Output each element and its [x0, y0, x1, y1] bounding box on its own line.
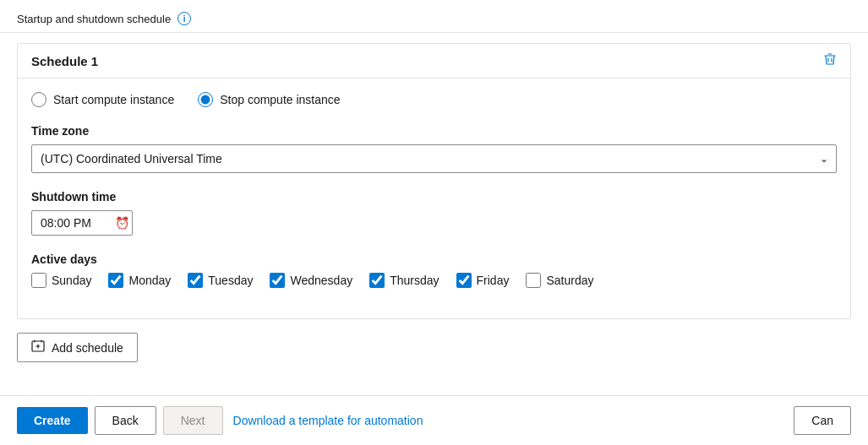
delete-icon[interactable] — [823, 52, 837, 69]
add-schedule-icon — [31, 339, 45, 355]
checkbox-wednesday[interactable] — [270, 273, 285, 288]
timezone-select[interactable]: (UTC) Coordinated Universal Time (UTC-05… — [31, 144, 837, 173]
checkbox-friday[interactable] — [456, 273, 472, 288]
timezone-select-wrapper: (UTC) Coordinated Universal Time (UTC-05… — [31, 144, 837, 173]
label-saturday: Saturday — [546, 274, 593, 287]
shutdown-time-label: Shutdown time — [31, 190, 837, 204]
checkbox-monday[interactable] — [108, 273, 123, 288]
day-tuesday[interactable]: Tuesday — [188, 273, 253, 288]
timezone-label: Time zone — [31, 124, 837, 138]
clock-icon[interactable]: ⏰ — [115, 216, 129, 230]
checkbox-thursday[interactable] — [369, 273, 385, 288]
add-schedule-button[interactable]: Add schedule — [17, 333, 138, 362]
radio-stop[interactable]: Stop compute instance — [198, 92, 340, 107]
radio-group: Start compute instance Stop compute inst… — [31, 92, 837, 107]
day-thursday[interactable]: Thursday — [369, 273, 439, 288]
cancel-button[interactable]: Can — [794, 406, 851, 435]
download-template-button[interactable]: Download a template for automation — [230, 407, 427, 434]
label-tuesday: Tuesday — [208, 274, 253, 287]
active-days-field-group: Active days Sunday Monday Tuesday — [31, 252, 837, 288]
info-icon[interactable]: i — [177, 12, 191, 25]
radio-start[interactable]: Start compute instance — [31, 92, 174, 107]
radio-start-input[interactable] — [31, 92, 46, 107]
create-button[interactable]: Create — [17, 407, 88, 434]
page-title: Startup and shutdown schedule — [17, 13, 171, 25]
back-button[interactable]: Back — [95, 406, 156, 435]
radio-stop-input[interactable] — [198, 92, 213, 107]
main-content: Schedule 1 Start compute instance Stop c… — [0, 33, 868, 395]
checkbox-sunday[interactable] — [31, 273, 46, 288]
day-wednesday[interactable]: Wednesday — [270, 273, 352, 288]
add-schedule-label: Add schedule — [52, 341, 123, 355]
timezone-field-group: Time zone (UTC) Coordinated Universal Ti… — [31, 124, 837, 173]
schedule-card-header: Schedule 1 — [18, 44, 850, 79]
schedule-card: Schedule 1 Start compute instance Stop c… — [17, 43, 851, 319]
footer: Create Back Next Download a template for… — [0, 395, 868, 445]
checkbox-tuesday[interactable] — [188, 273, 203, 288]
time-input-wrapper: ⏰ — [31, 210, 133, 236]
days-group: Sunday Monday Tuesday Wednesday — [31, 273, 837, 288]
active-days-label: Active days — [31, 252, 837, 266]
day-saturday[interactable]: Saturday — [526, 273, 593, 288]
checkbox-saturday[interactable] — [526, 273, 541, 288]
schedule-card-body: Start compute instance Stop compute inst… — [18, 79, 850, 318]
time-input[interactable] — [41, 216, 108, 230]
page-header: Startup and shutdown schedule i — [0, 0, 868, 33]
day-sunday[interactable]: Sunday — [31, 273, 91, 288]
day-friday[interactable]: Friday — [456, 273, 510, 288]
label-wednesday: Wednesday — [290, 274, 352, 287]
label-friday: Friday — [477, 274, 510, 287]
label-thursday: Thursday — [390, 274, 439, 287]
radio-start-label: Start compute instance — [53, 93, 174, 106]
label-monday: Monday — [128, 274, 171, 287]
next-button[interactable]: Next — [163, 406, 223, 435]
label-sunday: Sunday — [52, 274, 91, 287]
radio-stop-label: Stop compute instance — [220, 93, 340, 106]
shutdown-time-field-group: Shutdown time ⏰ — [31, 190, 837, 236]
schedule-title: Schedule 1 — [31, 54, 98, 68]
day-monday[interactable]: Monday — [108, 273, 171, 288]
